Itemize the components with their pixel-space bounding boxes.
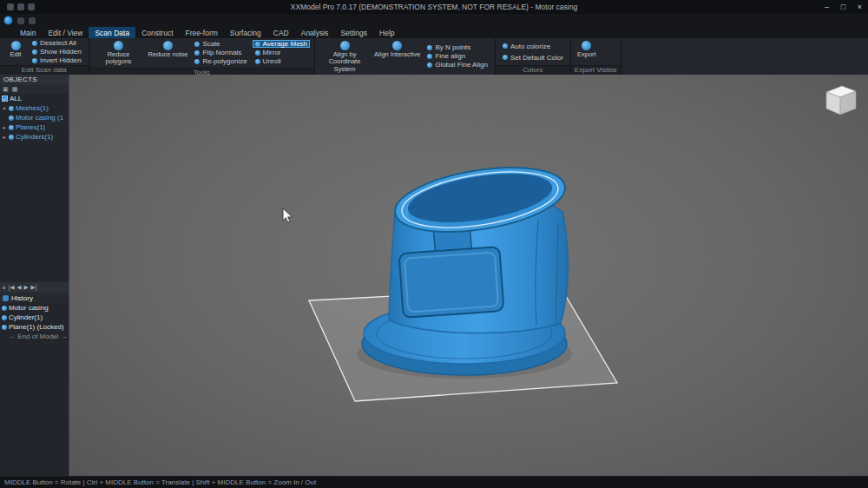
fine-align-label: Fine align [435,52,465,60]
set-default-color-icon [503,55,508,60]
history-last-icon[interactable]: ▶| [30,284,36,291]
tab-scan-data[interactable]: Scan Data [89,27,135,38]
show-hidden-label: Show Hidden [40,48,82,56]
average-mesh-button[interactable]: Average Mesh [253,40,310,48]
history-plane-icon [2,325,7,330]
show-hidden-icon [32,49,37,55]
tab-construct[interactable]: Construct [135,27,179,38]
history-item-cylinder[interactable]: Cylinder(1) [0,313,69,322]
tools-small-buttons-2: Average Mesh Mirror Unroll [253,39,310,67]
by-n-points-button[interactable]: By N points [424,43,490,51]
scale-icon [194,42,200,47]
tree-item-meshes-label: Meshes(1) [16,104,49,112]
edit-scan-group-content: Edit Deselect All Show Hidden Invert Hid… [0,38,89,65]
open-file-icon[interactable] [29,17,36,24]
reduce-polygons-button[interactable]: Reduce polygons [94,39,144,67]
mirror-button[interactable]: Mirror [253,49,310,56]
deselect-all-button[interactable]: Deselect All [30,39,84,47]
export-icon [582,41,591,50]
flip-normals-button[interactable]: Flip Normals [192,49,249,56]
tab-settings[interactable]: Settings [334,27,373,38]
deselect-all-label: Deselect All [40,39,76,47]
unroll-label: Unroll [263,57,281,65]
view-cube[interactable] [826,86,856,115]
app-logo-icon[interactable] [3,16,13,25]
align-interactive-button[interactable]: Align Interactive [372,39,422,74]
save-icon[interactable] [7,3,14,10]
objects-mesh-view-icon[interactable]: ▦ [12,86,18,93]
tab-surfacing[interactable]: Surfacing [224,27,267,38]
tab-main[interactable]: Main [14,27,42,38]
objects-grid-icon[interactable]: ▣ [3,86,9,93]
show-hidden-button[interactable]: Show Hidden [30,48,84,56]
history-item-plane[interactable]: Plane(1) (Locked) [0,322,69,332]
global-fine-align-button[interactable]: Global Fine Align [424,61,490,69]
tree-item-cylinders[interactable]: ▸ Cylinders(1) [0,132,69,142]
history-next-icon[interactable]: ▶ [23,284,28,291]
history-prev-icon[interactable]: ◀ [16,284,21,291]
all-checkbox-icon[interactable]: ✓ [2,96,8,102]
tab-edit-view[interactable]: Edit / View [42,27,89,38]
tab-cad[interactable]: CAD [267,27,295,38]
maximize-button[interactable]: □ [835,0,852,14]
auto-colorize-label: Auto colorize [510,43,550,50]
history-first-icon[interactable]: |◀ [9,284,15,291]
auto-colorize-button[interactable]: Auto colorize [500,43,566,50]
fine-align-button[interactable]: Fine align [424,52,490,60]
viewport-canvas[interactable] [69,75,868,476]
new-file-icon[interactable] [17,17,24,24]
group-label-edit-scan-data: Edit Scan data [0,65,89,75]
re-polygonize-button[interactable]: Re-polygonize [192,57,249,65]
mirror-icon [255,50,260,56]
ribbon-group-align: Align by Coordinate System Align Interac… [315,38,496,75]
colors-small-buttons: Auto colorize Set Default Color [500,39,566,64]
undo-icon[interactable] [17,3,24,10]
planes-expand-icon[interactable]: ▸ [2,124,7,130]
align-by-coordinate-system-button[interactable]: Align by Coordinate System [319,39,370,74]
ribbon-group-tools: Reduce polygons Reduce noise Scale Flip … [89,38,315,75]
auto-colorize-icon [503,43,508,49]
history-panel-header[interactable]: History [0,293,69,303]
objects-panel-toolbar: ▣ ▦ [0,84,69,94]
edit-button[interactable]: Edit [4,39,27,64]
export-button[interactable]: Export [575,39,598,64]
viewport[interactable] [69,75,868,476]
invert-hidden-button[interactable]: Invert Hidden [30,56,84,64]
history-menu-icon[interactable]: ≡ [3,285,6,291]
scale-button[interactable]: Scale [192,40,249,48]
tree-item-meshes[interactable]: ▾ Meshes(1) [0,103,69,113]
tools-group-content: Reduce polygons Reduce noise Scale Flip … [89,38,314,68]
titlebar: XXModel Pro 7.0.17 (DEMONSTRATION SYSTEM… [0,0,868,14]
close-button[interactable]: × [852,0,868,14]
edit-button-label: Edit [10,51,22,58]
unroll-button[interactable]: Unroll [253,57,310,65]
history-item-motor-casing[interactable]: Motor casing [0,303,69,313]
side-panel: OBJECTS ▣ ▦ ✓ ALL ▾ Meshes(1) Motor casi… [0,75,69,476]
cylinders-expand-icon[interactable]: ▸ [2,134,7,140]
align-by-coordinate-system-icon [340,41,350,50]
colors-group-content: Auto colorize Set Default Color [496,38,570,65]
ribbon-tabs: Main Edit / View Scan Data Construct Fre… [0,27,868,38]
reduce-noise-button[interactable]: Reduce noise [147,39,190,67]
motor-casing-model[interactable] [362,157,569,375]
history-end-of-model[interactable]: ← End of Model → [0,332,69,341]
minimize-button[interactable]: – [819,0,835,14]
app-window: XXModel Pro 7.0.17 (DEMONSTRATION SYSTEM… [0,0,868,488]
by-n-points-label: By N points [435,43,470,51]
set-default-color-button[interactable]: Set Default Color [500,54,566,62]
average-mesh-icon [255,42,260,47]
tree-item-motor-casing[interactable]: Motor casing (1 [0,113,69,122]
scale-label: Scale [202,40,220,48]
meshes-expand-icon[interactable]: ▾ [2,105,7,111]
history-mesh-icon [2,306,7,311]
set-default-color-label: Set Default Color [510,54,563,62]
align-by-coordinate-system-label: Align by Coordinate System [321,51,368,73]
tree-item-all[interactable]: ✓ ALL [0,94,69,103]
unroll-icon [255,59,260,64]
tab-analysis[interactable]: Analysis [295,27,335,38]
redo-icon[interactable] [28,3,35,10]
tab-free-form[interactable]: Free-form [180,27,224,38]
global-fine-align-icon [427,63,432,68]
tab-help[interactable]: Help [373,27,400,38]
tree-item-planes[interactable]: ▸ Planes(1) [0,122,69,132]
